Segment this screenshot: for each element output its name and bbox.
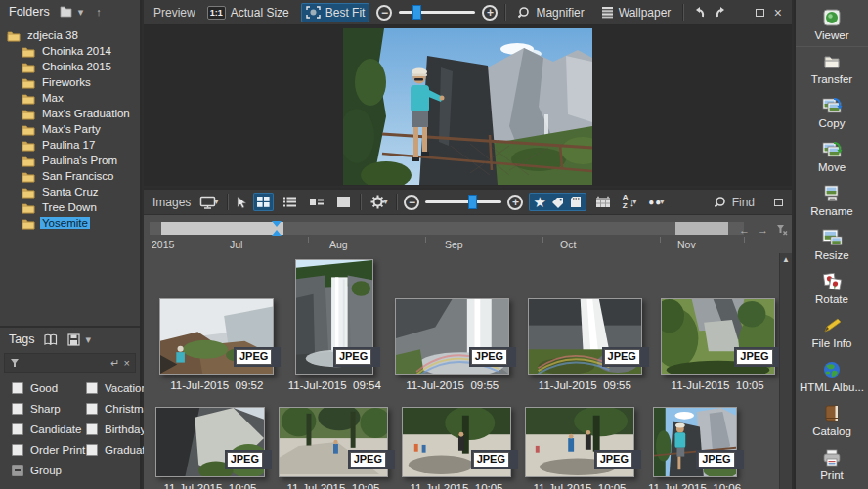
thumb-size-slider[interactable] bbox=[425, 200, 501, 203]
folder-tools-icon[interactable] bbox=[59, 5, 73, 19]
folder-item-san-francisco[interactable]: San Francisco bbox=[0, 168, 140, 184]
sidebar-item-copy[interactable]: Copy bbox=[796, 91, 868, 135]
save-tags-caret-icon[interactable]: ▾ bbox=[85, 334, 91, 345]
folder-item-yosemite[interactable]: Yosemite bbox=[0, 215, 140, 231]
thumbnail-image-5[interactable]: JPEG bbox=[661, 298, 775, 375]
tag-toggle-icon[interactable] bbox=[550, 196, 565, 209]
folder-label: San Francisco bbox=[40, 170, 116, 182]
thumbnail-image-6[interactable]: JPEG bbox=[155, 407, 265, 477]
folder-label: Choinka 2015 bbox=[40, 61, 113, 72]
thumbnail-image-8[interactable]: JPEG bbox=[402, 407, 511, 477]
display-mode-button[interactable]: ▾ bbox=[196, 193, 221, 212]
sidebar-item-file-info[interactable]: File Info bbox=[796, 311, 868, 355]
view-details-button[interactable] bbox=[306, 193, 327, 211]
tag-book-icon[interactable] bbox=[43, 333, 59, 346]
tag-filter-apply-icon[interactable]: ↵ bbox=[110, 358, 119, 369]
folder-item-maxs-graduation[interactable]: Max's Graduation bbox=[0, 106, 140, 121]
images-maximize-button[interactable] bbox=[774, 199, 783, 206]
tag-filter-clear-icon[interactable]: × bbox=[124, 358, 130, 369]
folder-up-icon[interactable]: ↑ bbox=[96, 7, 102, 18]
wallpaper-button[interactable]: Wallpaper bbox=[596, 3, 676, 22]
sidebar-item-move[interactable]: Move bbox=[796, 135, 868, 179]
find-button[interactable]: Find bbox=[715, 196, 755, 209]
large-view-icon bbox=[336, 196, 351, 208]
thumbnail-image-2[interactable]: JPEG bbox=[295, 259, 373, 375]
folder-tools-caret-icon[interactable]: ▾ bbox=[78, 7, 84, 18]
sidebar-item-rotate[interactable]: Rotate bbox=[796, 267, 868, 311]
tag-checkbox-order-print[interactable]: Order Print bbox=[12, 444, 86, 456]
save-tags-icon[interactable] bbox=[67, 333, 80, 346]
calendar-filter-button[interactable] bbox=[592, 193, 614, 211]
timeline-range-2[interactable] bbox=[675, 222, 728, 235]
rating-toggle-icon[interactable]: ★ bbox=[533, 195, 545, 209]
images-title: Images bbox=[152, 196, 191, 209]
tag-checkbox-group[interactable]: Group bbox=[12, 465, 86, 476]
view-thumbnails-button[interactable] bbox=[253, 193, 274, 211]
rotate-right-icon[interactable] bbox=[714, 6, 729, 20]
preview-maximize-button[interactable] bbox=[756, 9, 764, 17]
catalog-book-icon bbox=[821, 405, 843, 422]
view-list-button[interactable] bbox=[280, 193, 300, 211]
sidebar-item-rename[interactable]: Rename bbox=[796, 179, 868, 223]
preview-zoom-slider[interactable] bbox=[399, 11, 475, 14]
thumbnail-image-4[interactable]: JPEG bbox=[528, 298, 642, 375]
print-icon bbox=[821, 449, 843, 467]
tag-checkbox-candidate[interactable]: Candidate bbox=[12, 423, 86, 435]
memory-card-toggle-icon[interactable] bbox=[569, 196, 583, 208]
thumb-size-increase-button[interactable]: + bbox=[507, 195, 523, 210]
checkbox-icon bbox=[86, 444, 98, 456]
folder-item-root[interactable]: zdjecia 38 bbox=[0, 27, 140, 43]
sidebar-item-html-album[interactable]: HTML Albu... bbox=[796, 355, 868, 399]
slider-handle[interactable] bbox=[412, 5, 421, 20]
tag-filter-bar[interactable]: ↵ × bbox=[4, 353, 136, 373]
select-cursor-icon[interactable] bbox=[235, 196, 247, 209]
folder-item-paulina-17[interactable]: Paulina 17 bbox=[0, 137, 140, 153]
preview-viewport[interactable] bbox=[144, 26, 792, 186]
best-fit-button[interactable]: Best Fit bbox=[301, 3, 370, 22]
thumbnail-settings-button[interactable]: ▾ bbox=[368, 192, 390, 212]
magnifier-button[interactable]: Magnifier bbox=[513, 3, 588, 22]
thumbnail-image-9[interactable]: JPEG bbox=[525, 407, 634, 477]
sort-button[interactable]: AZ ↓ ▾ bbox=[620, 191, 639, 213]
zoom-in-button[interactable]: + bbox=[482, 5, 498, 21]
rotate-left-icon[interactable] bbox=[691, 6, 707, 20]
thumbnail-image-10[interactable]: JPEG bbox=[653, 407, 737, 477]
thumbnail-image-7[interactable]: JPEG bbox=[279, 407, 388, 477]
thumbnail-image-3[interactable]: JPEG bbox=[395, 298, 509, 375]
timeline-marker-bottom-icon[interactable] bbox=[272, 230, 282, 236]
folder-item-tree-down[interactable]: Tree Down bbox=[0, 200, 140, 215]
folder-item-fireworks[interactable]: Fireworks bbox=[0, 74, 140, 90]
timeline-marker-top-icon[interactable] bbox=[272, 221, 282, 227]
vertical-scrollbar[interactable]: ▲ bbox=[779, 253, 792, 489]
sidebar-item-resize[interactable]: Resize bbox=[796, 223, 868, 267]
slider-handle[interactable] bbox=[468, 195, 477, 209]
preview-close-button[interactable]: × bbox=[774, 6, 782, 20]
sidebar-item-print[interactable]: Print bbox=[796, 443, 868, 487]
folder-item-choinka-2015[interactable]: Choinka 2015 bbox=[0, 59, 140, 74]
folder-item-paulinas-prom[interactable]: Paulina's Prom bbox=[0, 153, 140, 168]
timeline-bar[interactable] bbox=[150, 222, 744, 235]
actual-size-button[interactable]: 1:1 Actual Size bbox=[202, 3, 294, 22]
timeline-forward-icon[interactable]: → bbox=[758, 225, 768, 236]
zoom-out-button[interactable]: − bbox=[376, 5, 392, 21]
timeline-filter-clear-icon[interactable] bbox=[776, 224, 788, 236]
sidebar-item-catalog[interactable]: Catalog bbox=[796, 399, 868, 443]
folder-item-santa-cruz[interactable]: Santa Cruz bbox=[0, 184, 140, 200]
compare-button[interactable]: ●● ▾ bbox=[645, 194, 667, 210]
folder-item-max[interactable]: Max bbox=[0, 90, 140, 106]
tag-checkbox-good[interactable]: Good bbox=[12, 382, 86, 394]
thumb-size-decrease-button[interactable]: − bbox=[404, 195, 419, 210]
preview-title: Preview bbox=[153, 6, 195, 20]
tag-label: Birthday bbox=[105, 423, 146, 435]
timeline-selected-range[interactable] bbox=[161, 222, 283, 235]
tag-checkbox-sharp[interactable]: Sharp bbox=[12, 403, 86, 415]
sidebar-item-viewer[interactable]: Viewer bbox=[796, 3, 868, 47]
timeline-back-icon[interactable]: ← bbox=[739, 225, 750, 236]
sidebar-item-transfer[interactable]: Transfer bbox=[796, 47, 868, 91]
view-large-button[interactable] bbox=[333, 193, 354, 211]
tag-label: Candidate bbox=[30, 423, 81, 435]
folder-item-maxs-party[interactable]: Max's Party bbox=[0, 121, 140, 137]
thumbnail-image-1[interactable]: JPEG bbox=[159, 298, 274, 375]
folder-item-choinka-2014[interactable]: Choinka 2014 bbox=[0, 43, 140, 59]
scroll-up-icon[interactable]: ▲ bbox=[782, 256, 790, 489]
